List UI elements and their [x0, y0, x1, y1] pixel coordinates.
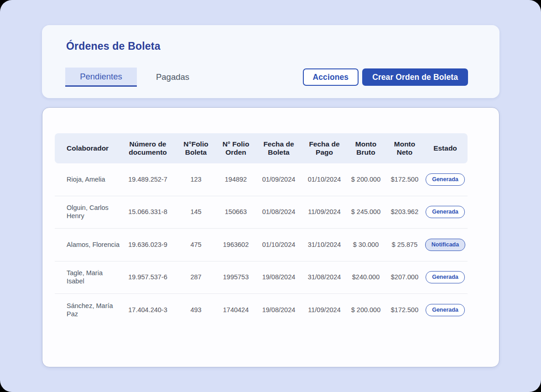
cell-monto-neto: $ 25.875: [386, 241, 423, 249]
column-header: Monto Bruto: [345, 136, 386, 162]
status-badge[interactable]: Generada: [426, 173, 465, 186]
column-header: N°Folio Boleta: [174, 136, 218, 162]
acciones-button[interactable]: Acciones: [303, 68, 359, 86]
cell-monto-neto: $203.962: [386, 208, 423, 216]
cell-fecha-boleta: 19/08/2024: [254, 306, 303, 314]
status-badge[interactable]: Generada: [426, 206, 465, 218]
cell-fecha-boleta: 01/09/2024: [254, 176, 303, 183]
cell-colaborador: Rioja, Amelia: [55, 176, 121, 183]
table-row[interactable]: Sánchez, María Paz17.404.240-34931740424…: [55, 294, 468, 327]
cell-numero-documento: 15.066.331-8: [121, 208, 174, 216]
table-header-row: ColaboradorNúmero de documentoN°Folio Bo…: [55, 133, 468, 163]
column-header: Número de documento: [121, 136, 174, 162]
cell-monto-bruto: $ 200.000: [345, 176, 386, 183]
header-card: Órdenes de Boleta Pendientes Pagadas Acc…: [42, 25, 499, 98]
cell-estado: Generada: [423, 173, 468, 186]
cell-estado: Generada: [423, 271, 468, 283]
cell-folio-boleta: 123: [174, 176, 218, 183]
cell-numero-documento: 19.489.252-7: [121, 176, 174, 183]
cell-fecha-pago: 11/09/2024: [303, 208, 345, 216]
crear-orden-button[interactable]: Crear Orden de Boleta: [362, 68, 468, 86]
cell-numero-documento: 19.636.023-9: [121, 241, 174, 249]
tab-bar: Pendientes Pagadas: [65, 68, 208, 87]
cell-fecha-boleta: 01/10/2024: [254, 241, 303, 249]
cell-folio-boleta: 493: [174, 306, 218, 314]
cell-folio-orden: 194892: [218, 176, 254, 183]
header-buttons: Acciones Crear Orden de Boleta: [303, 68, 468, 86]
column-header: Fecha de Boleta: [254, 136, 303, 162]
column-header: Fecha de Pago: [303, 136, 345, 162]
column-header: Monto Neto: [386, 136, 423, 162]
table-card: ColaboradorNúmero de documentoN°Folio Bo…: [42, 107, 499, 367]
cell-folio-boleta: 287: [174, 273, 218, 281]
cell-monto-neto: $172.500: [386, 176, 423, 183]
status-badge[interactable]: Generada: [426, 271, 465, 283]
cell-monto-bruto: $ 245.000: [345, 208, 386, 216]
table-row[interactable]: Tagle, Maria Isabel19.957.537-6287199575…: [55, 261, 468, 294]
cell-monto-neto: $172.500: [386, 306, 423, 314]
table-row[interactable]: Rioja, Amelia19.489.252-712319489201/09/…: [55, 163, 468, 196]
table-body: Rioja, Amelia19.489.252-712319489201/09/…: [55, 163, 468, 327]
cell-estado: Generada: [423, 206, 468, 218]
cell-folio-orden: 1995753: [218, 273, 254, 281]
tab-pagadas[interactable]: Pagadas: [137, 68, 208, 87]
cell-colaborador: Alamos, Florencia: [55, 241, 121, 249]
cell-fecha-boleta: 19/08/2024: [254, 273, 303, 281]
cell-folio-orden: 150663: [218, 208, 254, 216]
app-canvas: Órdenes de Boleta Pendientes Pagadas Acc…: [0, 0, 541, 392]
cell-folio-boleta: 145: [174, 208, 218, 216]
cell-monto-neto: $207.000: [386, 273, 423, 281]
tab-pendientes[interactable]: Pendientes: [65, 68, 137, 87]
status-badge[interactable]: Generada: [426, 304, 465, 316]
cell-fecha-pago: 31/08/2024: [303, 273, 345, 281]
cell-folio-boleta: 475: [174, 241, 218, 249]
cell-fecha-pago: 01/10/2024: [303, 176, 345, 183]
cell-monto-bruto: $ 30.000: [345, 241, 386, 249]
table-row[interactable]: Olguin, Carlos Henry15.066.331-814515066…: [55, 196, 468, 229]
cell-numero-documento: 17.404.240-3: [121, 306, 174, 314]
cell-fecha-boleta: 01/08/2024: [254, 208, 303, 216]
cell-monto-bruto: $240.000: [345, 273, 386, 281]
cell-fecha-pago: 11/09/2024: [303, 306, 345, 314]
cell-numero-documento: 19.957.537-6: [121, 273, 174, 281]
status-badge[interactable]: Notificada: [425, 239, 465, 251]
cell-estado: Generada: [423, 304, 468, 316]
cell-fecha-pago: 31/10/2024: [303, 241, 345, 249]
page-title: Órdenes de Boleta: [66, 40, 161, 52]
cell-monto-bruto: $ 200.000: [345, 306, 386, 314]
cell-folio-orden: 1963602: [218, 241, 254, 249]
cell-estado: Notificada: [423, 239, 468, 251]
cell-colaborador: Sánchez, María Paz: [55, 302, 121, 318]
column-header: Colaborador: [55, 140, 121, 157]
cell-colaborador: Tagle, Maria Isabel: [55, 269, 121, 285]
column-header: Estado: [423, 140, 468, 157]
cell-colaborador: Olguin, Carlos Henry: [55, 204, 121, 220]
table-row[interactable]: Alamos, Florencia19.636.023-947519636020…: [55, 229, 468, 261]
column-header: N° Folio Orden: [218, 136, 254, 162]
cell-folio-orden: 1740424: [218, 306, 254, 314]
